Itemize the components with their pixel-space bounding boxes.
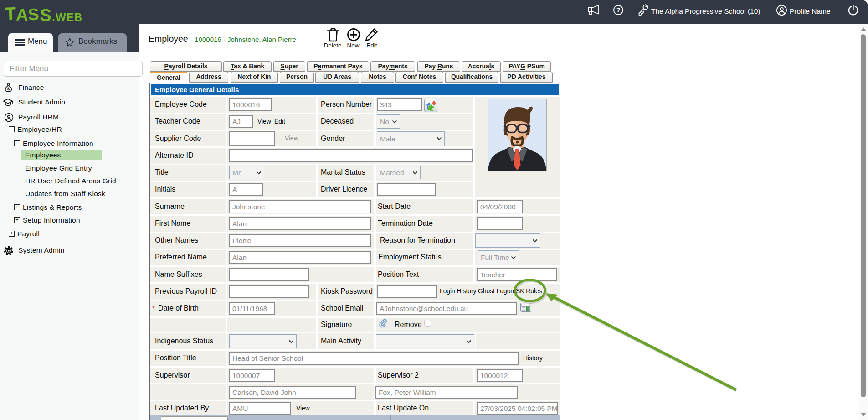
- svg-text:$: $: [7, 87, 10, 91]
- svg-text:S: S: [39, 5, 52, 25]
- svg-text:T: T: [5, 5, 16, 24]
- svg-text:?: ?: [616, 6, 621, 14]
- svg-text:.: .: [52, 10, 55, 23]
- svg-text:S: S: [27, 5, 39, 24]
- svg-text:A: A: [16, 5, 29, 25]
- svg-text:WEB: WEB: [56, 11, 82, 23]
